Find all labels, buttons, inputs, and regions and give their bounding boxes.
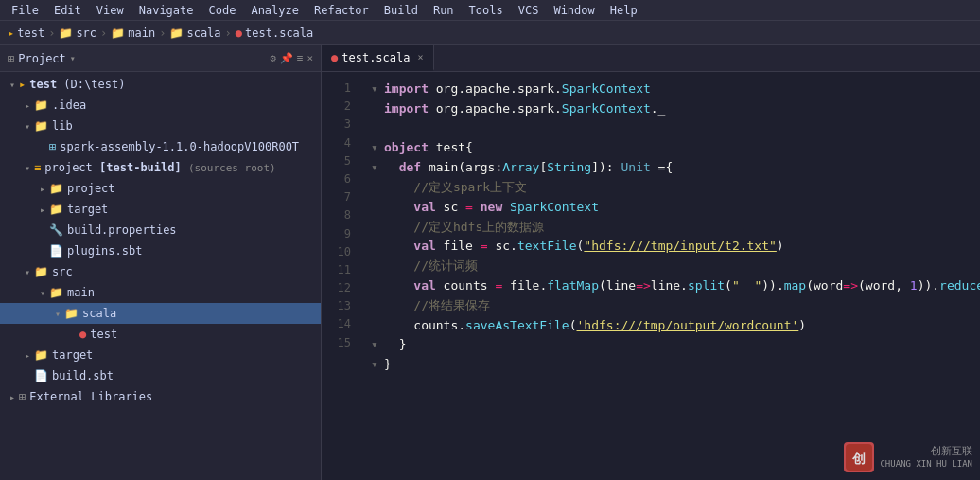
tree-arrow-root: ▾: [6, 80, 19, 90]
tree-item-idea[interactable]: ▸ 📁 .idea: [0, 95, 321, 116]
breadcrumb-sep-1: ›: [48, 27, 55, 40]
tree-label-project-build: project [test-build] (sources root): [44, 161, 275, 174]
folder-icon-root: ▸: [19, 78, 26, 91]
code-line-3: [371, 119, 969, 139]
tree-item-spark[interactable]: ⊞ spark-assembly-1.1.0-hadoopV100R00T: [0, 136, 321, 157]
dropdown-arrow[interactable]: ▾: [70, 53, 76, 63]
tree-label-test: test: [90, 328, 117, 341]
code-editor[interactable]: ▾ import org.apache.spark. SparkContext …: [359, 72, 980, 480]
menu-analyze[interactable]: Analyze: [243, 2, 306, 19]
file-icon-testscala: ●: [236, 27, 242, 40]
editor-content: 1 2 3 4 5 6 7 8 9 10 11 12 13 14 15 ▾: [322, 72, 980, 480]
folder-icon-scala: 📁: [64, 307, 79, 320]
brand-logo-svg: 创: [846, 444, 872, 471]
menu-vcs[interactable]: VCS: [511, 2, 547, 19]
breadcrumb-sep-3: ›: [159, 27, 166, 40]
menu-build[interactable]: Build: [376, 2, 426, 19]
tab-test-scala[interactable]: ● test.scala ×: [322, 45, 434, 71]
tree-label-plugins-sbt: plugins.sbt: [67, 244, 142, 258]
tree-item-project-build[interactable]: ▾ ≡ project [test-build] (sources root): [0, 157, 321, 178]
folder-icon-scala: 📁: [169, 27, 184, 40]
tree-item-ext-libs[interactable]: ▸ ⊞ External Libraries: [0, 386, 321, 407]
line-num-15: 15: [322, 334, 351, 352]
menu-file[interactable]: File: [4, 2, 46, 19]
menu-tools[interactable]: Tools: [462, 2, 511, 19]
tree-item-target-sub[interactable]: ▸ 📁 target: [0, 199, 321, 220]
watermark-line2: CHUANG XIN HU LIAN: [880, 458, 972, 471]
code-line-9: val file = sc. textFile ( "hdfs:///tmp/i…: [371, 237, 969, 257]
tree-item-target[interactable]: ▸ 📁 target: [0, 345, 321, 365]
folder-icon-src: 📁: [59, 27, 73, 40]
breadcrumb-test[interactable]: ▸ test: [8, 27, 44, 40]
tree-label-scala: scala: [82, 307, 116, 320]
tree-arrow-src: ▾: [21, 267, 34, 277]
code-line-8: //定义hdfs上的数据源: [371, 218, 969, 238]
line-num-2: 2: [322, 98, 351, 116]
code-line-11: val counts = file. flatMap (line => line…: [371, 276, 969, 296]
file-icon-test: ●: [79, 328, 86, 341]
menu-code[interactable]: Code: [201, 2, 244, 19]
line-num-8: 8: [322, 206, 351, 224]
sidebar: ⊞ Project ▾ ⚙ 📌 ≡ × ▾ ▸ test (D:\test) ▸…: [0, 45, 322, 480]
file-icon-build-sbt: 📄: [34, 369, 48, 382]
jar-icon-spark: ⊞: [49, 140, 56, 153]
tree-arrow-project-build: ▾: [21, 163, 34, 173]
tree-item-build-props[interactable]: 🔧 build.properties: [0, 220, 321, 240]
line-num-11: 11: [322, 261, 351, 279]
tree-item-plugins-sbt[interactable]: 📄 plugins.sbt: [0, 240, 321, 261]
tree-item-project-sub[interactable]: ▸ 📁 project: [0, 178, 321, 199]
tree-label-build-sbt: build.sbt: [52, 369, 114, 382]
tree-root[interactable]: ▾ ▸ test (D:\test): [0, 74, 321, 95]
menu-help[interactable]: Help: [603, 2, 645, 19]
menu-view[interactable]: View: [89, 2, 131, 19]
tree-label-target-sub: target: [67, 203, 108, 216]
tree-item-scala[interactable]: ▾ 📁 scala: [0, 303, 321, 324]
fold-15[interactable]: ▾: [371, 355, 384, 375]
watermark-line1: 创新互联: [880, 444, 972, 458]
tab-close-icon[interactable]: ×: [417, 52, 423, 62]
tree-arrow-project-sub: ▸: [36, 184, 49, 194]
fold-5[interactable]: ▾: [371, 158, 384, 178]
folder-icon-target: 📁: [34, 348, 48, 362]
menu-edit[interactable]: Edit: [46, 2, 89, 19]
tree-item-lib[interactable]: ▾ 📁 lib: [0, 116, 321, 136]
folder-icon-project-sub: 📁: [49, 182, 63, 195]
folder-icon-main: 📁: [49, 286, 63, 299]
tree-arrow-scala: ▾: [51, 309, 64, 319]
code-line-14: ▾ }: [371, 335, 969, 355]
folder-icon-project-build: ≡: [34, 161, 41, 174]
tree-item-main[interactable]: ▾ 📁 main: [0, 282, 321, 303]
fold-1[interactable]: ▾: [371, 80, 384, 99]
code-line-12: //将结果保存: [371, 296, 969, 316]
menu-window[interactable]: Window: [546, 2, 602, 19]
menu-bar: File Edit View Navigate Code Analyze Ref…: [0, 0, 980, 21]
menu-navigate[interactable]: Navigate: [131, 2, 201, 19]
code-line-4: ▾ object test{: [371, 138, 969, 158]
code-line-7: val sc = new SparkContext: [371, 198, 969, 218]
breadcrumb-src[interactable]: 📁 src: [59, 27, 96, 40]
breadcrumb-bar: ▸ test › 📁 src › 📁 main › 📁 scala › ● te…: [0, 21, 980, 45]
breadcrumb-testscala[interactable]: ● test.scala: [236, 27, 313, 40]
sidebar-icon-gear[interactable]: ⚙: [270, 52, 276, 64]
fold-4[interactable]: ▾: [371, 138, 384, 158]
tree-label-project-sub: project: [67, 182, 115, 195]
code-line-10: //统计词频: [371, 257, 969, 276]
sidebar-icon-pin[interactable]: 📌: [280, 52, 293, 64]
menu-run[interactable]: Run: [426, 2, 462, 19]
fold-14[interactable]: ▾: [371, 335, 384, 355]
menu-refactor[interactable]: Refactor: [306, 2, 376, 19]
tree-label-ext-libs: External Libraries: [29, 390, 152, 403]
fold-2: [371, 99, 384, 119]
sidebar-icon-close[interactable]: ×: [306, 52, 313, 64]
code-line-6: //定义spark上下文: [371, 178, 969, 198]
breadcrumb-main[interactable]: 📁 main: [111, 27, 155, 40]
sidebar-icon-settings[interactable]: ≡: [297, 52, 304, 64]
breadcrumb-sep-2: ›: [100, 27, 107, 40]
tree-item-test[interactable]: ● test: [0, 324, 321, 345]
breadcrumb-scala[interactable]: 📁 scala: [169, 27, 220, 40]
folder-icon-lib: 📁: [34, 119, 48, 133]
tree-content: ▾ ▸ test (D:\test) ▸ 📁 .idea ▾ 📁 lib ⊞ s…: [0, 72, 321, 480]
folder-icon-target-sub: 📁: [49, 203, 63, 216]
tree-item-build-sbt[interactable]: 📄 build.sbt: [0, 365, 321, 386]
tree-item-src[interactable]: ▾ 📁 src: [0, 261, 321, 282]
